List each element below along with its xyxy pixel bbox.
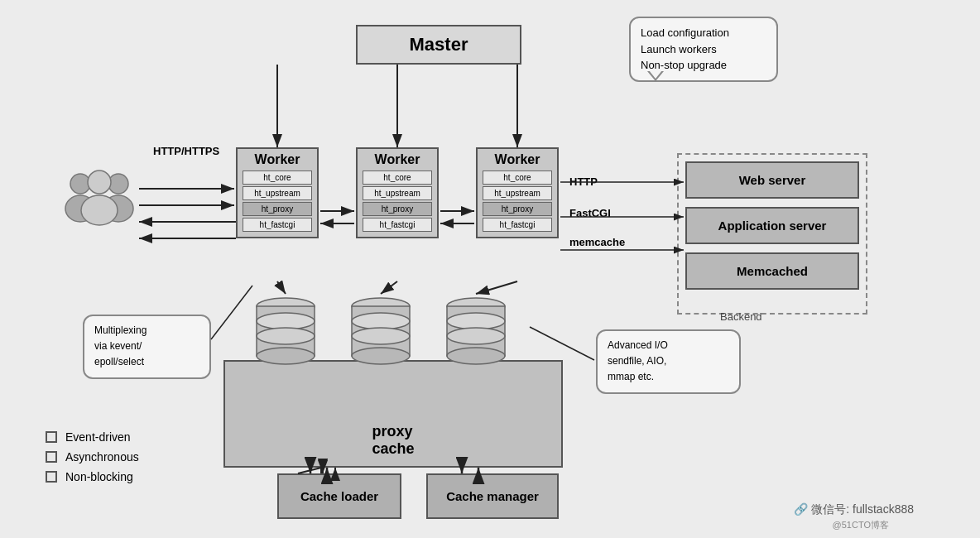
web-server-box: Web server <box>685 161 859 199</box>
speech-bubble-bottom-right: Advanced I/O sendfile, AIO, mmap etc. <box>596 329 741 394</box>
svg-line-39 <box>476 281 517 294</box>
svg-line-53 <box>530 327 594 360</box>
worker-3-module-htproxy: ht_proxy <box>483 202 552 216</box>
svg-point-19 <box>447 313 505 329</box>
worker-2-title: Worker <box>363 152 432 167</box>
svg-line-52 <box>211 286 252 339</box>
feature-non-blocking: Non-blocking <box>46 470 139 483</box>
app-server-box: Application server <box>685 207 859 244</box>
svg-point-18 <box>447 348 505 364</box>
bubble-bl-line3: epoll/select <box>94 356 144 367</box>
svg-point-9 <box>257 313 315 329</box>
svg-point-5 <box>81 195 118 225</box>
cache-loader-label: Cache loader <box>300 489 378 503</box>
cache-manager-box: Cache manager <box>426 473 559 519</box>
checkbox-asynchronous <box>46 451 57 463</box>
svg-point-14 <box>352 313 410 329</box>
worker-3-title: Worker <box>483 152 552 167</box>
worker-1-module-htcore: ht_core <box>243 171 312 185</box>
svg-point-10 <box>257 328 315 344</box>
worker-2: Worker ht_core ht_upstream ht_proxy ht_f… <box>356 147 439 238</box>
bubble-bl-line2: via kevent/ <box>94 340 142 352</box>
worker-2-module-htupstream: ht_upstream <box>363 186 432 200</box>
bubble-br-line3: mmap etc. <box>608 371 654 382</box>
watermark2: @51CTO博客 <box>833 519 889 531</box>
bubble-tr-line2: Launch workers <box>641 43 717 55</box>
svg-line-37 <box>277 281 286 294</box>
memcache-label: memcache <box>569 236 625 248</box>
cache-loader-box: Cache loader <box>277 473 401 519</box>
feature-event-driven-label: Event-driven <box>65 430 131 444</box>
worker-1-title: Worker <box>243 152 312 167</box>
feature-non-blocking-label: Non-blocking <box>65 470 133 483</box>
svg-point-20 <box>447 328 505 344</box>
db-cylinder-2 <box>348 296 414 371</box>
feature-list: Event-driven Asynchronous Non-blocking <box>46 430 139 490</box>
worker-2-module-htproxy: ht_proxy <box>363 202 432 216</box>
bubble-bl-line1: Multiplexing <box>94 324 147 336</box>
svg-point-4 <box>88 171 111 194</box>
feature-event-driven: Event-driven <box>46 430 139 444</box>
feature-asynchronous-label: Asynchronous <box>65 450 139 464</box>
svg-line-44 <box>298 468 321 473</box>
cache-manager-label: Cache manager <box>446 489 539 503</box>
worker-1-module-htfastcgi: ht_fastcgi <box>243 218 312 232</box>
db-cylinder-3 <box>443 296 509 371</box>
diagram-container: { "master": { "label": "Master" }, "spee… <box>0 0 980 538</box>
svg-point-13 <box>352 348 410 364</box>
watermark: 🔗 微信号: fullstack888 <box>794 502 914 517</box>
users-icon <box>62 166 137 232</box>
worker-3-module-htupstream: ht_upstream <box>483 186 552 200</box>
worker-3-module-htfastcgi: ht_fastcgi <box>483 218 552 232</box>
svg-point-8 <box>257 348 315 364</box>
bubble-tr-line1: Load configuration <box>641 26 729 39</box>
feature-asynchronous: Asynchronous <box>46 450 139 464</box>
bubble-br-line1: Advanced I/O <box>608 339 668 351</box>
worker-3-module-htcore: ht_core <box>483 171 552 185</box>
memcached-box: Memcached <box>685 252 859 290</box>
speech-bubble-top-right: Load configuration Launch workers Non-st… <box>629 17 778 82</box>
worker-2-module-htcore: ht_core <box>363 171 432 185</box>
proxy-cache-box: proxycache <box>223 360 563 468</box>
checkbox-event-driven <box>46 431 57 443</box>
db-cylinder-1 <box>252 296 319 371</box>
speech-bubble-bottom-left: Multiplexing via kevent/ epoll/select <box>83 315 211 379</box>
worker-1-module-htupstream: ht_upstream <box>243 186 312 200</box>
master-label: Master <box>410 34 468 55</box>
master-box: Master <box>356 25 521 65</box>
worker-1-module-htproxy: ht_proxy <box>243 202 312 216</box>
bubble-tr-line3: Non-stop upgrade <box>641 59 727 71</box>
checkbox-non-blocking <box>46 471 57 483</box>
fastcgi-label: FastCGI <box>569 207 611 219</box>
proxy-cache-label: proxycache <box>372 423 414 458</box>
bubble-br-line2: sendfile, AIO, <box>608 355 666 367</box>
http-right-label: HTTP <box>569 175 598 188</box>
worker-2-module-htfastcgi: ht_fastcgi <box>363 218 432 232</box>
http-https-label: HTTP/HTTPS <box>153 145 219 157</box>
svg-line-38 <box>381 281 397 294</box>
backend-label: Backend <box>720 310 762 323</box>
worker-3: Worker ht_core ht_upstream ht_proxy ht_f… <box>476 147 559 238</box>
worker-1: Worker ht_core ht_upstream ht_proxy ht_f… <box>236 147 319 238</box>
svg-point-15 <box>352 328 410 344</box>
